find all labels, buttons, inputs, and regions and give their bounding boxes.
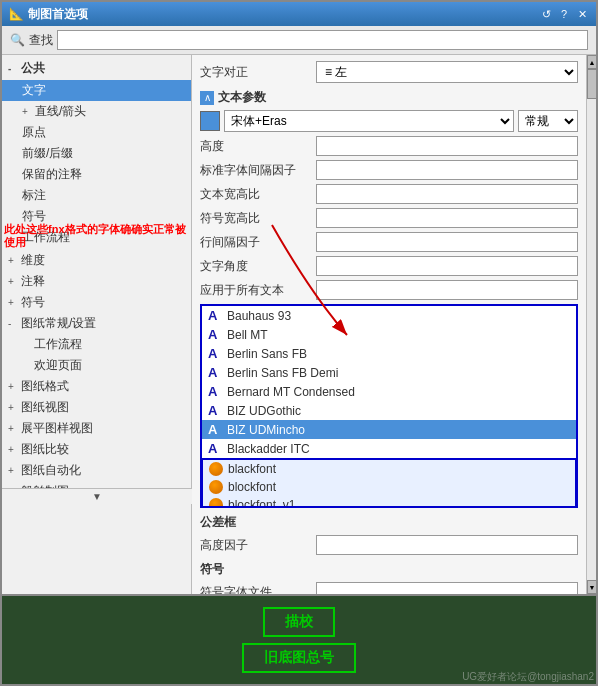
font-type-icon: A [208, 441, 222, 456]
tree-item-line-arrow[interactable]: + 直线/箭头 [2, 101, 191, 122]
font-type-icon-circle [209, 498, 223, 506]
font-type-icon: A [208, 327, 222, 342]
tree-item-flat-view[interactable]: + 展平图样视图 [2, 418, 191, 439]
font-list-container: A Bauhaus 93 A Bell MT A Berlin Sans FB [200, 304, 578, 508]
drawing-auto-label: 图纸自动化 [21, 462, 81, 479]
field-height-input[interactable] [316, 136, 578, 156]
scroll-thumb[interactable] [587, 69, 596, 99]
field-sym-ratio-input[interactable] [316, 208, 578, 228]
font-row: 宋体+Eras 常规 [200, 110, 578, 132]
expand-icon-fv: + [8, 423, 18, 434]
scroll-down-btn[interactable]: ▼ [587, 580, 596, 594]
tree-item-drawing-auto[interactable]: + 图纸自动化 [2, 460, 191, 481]
font-name: BIZ UDGothic [227, 404, 301, 418]
field-char-spacing-label: 标准字体间隔因子 [200, 162, 310, 179]
close-button[interactable]: ✕ [574, 6, 590, 22]
expand-icon-dv: + [8, 402, 18, 413]
origin-label: 原点 [22, 124, 46, 141]
tree-item-annotation[interactable]: + 注释 [2, 271, 191, 292]
font-item-berlin-sans-demi[interactable]: A Berlin Sans FB Demi [202, 363, 576, 382]
font-name: blackfont [228, 462, 276, 476]
tree-item-workflow[interactable]: 工作流程 [2, 227, 191, 248]
tree-item-welcome[interactable]: 欢迎页面 [2, 355, 191, 376]
field-angle-input[interactable] [316, 256, 578, 276]
tree-item-dimensions[interactable]: + 维度 [2, 250, 191, 271]
refresh-button[interactable]: ↺ [538, 6, 554, 22]
field-line-spacing-label: 行间隔因子 [200, 234, 310, 251]
font-name: Berlin Sans FB Demi [227, 366, 338, 380]
font-item-blockfont-v1[interactable]: blockfont_v1 [203, 496, 575, 506]
drawing-format-label: 图纸格式 [21, 378, 69, 395]
search-input[interactable] [57, 30, 588, 50]
expand-icon: + [22, 106, 32, 117]
welcome-label: 欢迎页面 [34, 357, 82, 374]
line-arrow-label: 直线/箭头 [35, 103, 86, 120]
tree-item-drawing-scale[interactable]: + 图纸比较 [2, 439, 191, 460]
font-item-bernard[interactable]: A Bernard MT Condensed [202, 382, 576, 401]
symbol-font-file-input[interactable] [316, 582, 578, 594]
font-item-berlin-sans[interactable]: A Berlin Sans FB [202, 344, 576, 363]
font-style-select[interactable]: 常规 [518, 110, 578, 132]
tree-item-markers[interactable]: 标注 [2, 185, 191, 206]
font-list-scroll[interactable]: A Bauhaus 93 A Bell MT A Berlin Sans FB [202, 306, 576, 506]
font-item-blackfont[interactable]: blackfont [203, 460, 575, 478]
search-text: 查找 [29, 32, 53, 49]
field-text-ratio-input[interactable] [316, 184, 578, 204]
symbol-font-file-row: 符号字体文件 [200, 582, 578, 594]
search-icon: 🔍 [10, 33, 25, 47]
font-item-biz-udg[interactable]: A BIZ UDGothic [202, 401, 576, 420]
scroll-up-btn[interactable]: ▲ [587, 55, 596, 69]
expand-icon-da: + [8, 465, 18, 476]
scroll-down-indicator[interactable]: ▼ [2, 488, 192, 504]
search-bar: 🔍 查找 [2, 26, 596, 55]
font-item-bell[interactable]: A Bell MT [202, 325, 576, 344]
font-name-select[interactable]: 宋体+Eras [224, 110, 514, 132]
font-item-biz-udm[interactable]: A BIZ UDMincho [202, 420, 576, 439]
field-char-spacing-input[interactable] [316, 160, 578, 180]
flat-view-label: 展平图样视图 [21, 420, 93, 437]
watermark: UG爱好者论坛@tongjiashan2 [462, 670, 594, 684]
symbol-font-file-label: 符号字体文件 [200, 584, 310, 595]
field-line-spacing: 行间隔因子 [200, 232, 578, 252]
alignment-select[interactable]: ≡ 左 居中 右 [316, 61, 578, 83]
scroll-track[interactable] [587, 69, 596, 580]
font-name: blockfont [228, 480, 276, 494]
common-label: 公共 [21, 60, 45, 77]
main-window: 📐 制图首选项 ↺ ? ✕ 🔍 查找 - 公共 [0, 0, 598, 686]
tree-item-drawing-norms[interactable]: - 图纸常规/设置 [2, 313, 191, 334]
tree-item-prefix-suffix[interactable]: 前缀/后缀 [2, 143, 191, 164]
tolerance-height-input[interactable] [316, 535, 578, 555]
tree-item-text[interactable]: 文字 [2, 80, 191, 101]
symbol-section: 符号 符号字体文件 [200, 561, 578, 594]
tree-item-drawing-view[interactable]: + 图纸视图 [2, 397, 191, 418]
text-params-title: 文本参数 [218, 89, 266, 106]
symbol-label: 符号 [22, 208, 46, 225]
font-item-bauhaus[interactable]: A Bauhaus 93 [202, 306, 576, 325]
field-line-spacing-input[interactable] [316, 232, 578, 252]
field-text-ratio: 文本宽高比 [200, 184, 578, 204]
font-type-icon: A [208, 346, 222, 361]
font-color-swatch[interactable] [200, 111, 220, 131]
field-apply-all-input[interactable] [316, 280, 578, 300]
tree-item-keep-annotation[interactable]: 保留的注释 [2, 164, 191, 185]
font-item-blockfont[interactable]: blockfont [203, 478, 575, 496]
text-params-header[interactable]: ∧ 文本参数 [200, 89, 578, 106]
font-name: Bell MT [227, 328, 268, 342]
tree-item-symbol[interactable]: 符号 [2, 206, 191, 227]
tree-item-drawing-format[interactable]: + 图纸格式 [2, 376, 191, 397]
font-item-blackadder[interactable]: A Blackadder ITC [202, 439, 576, 458]
window-title: 制图首选项 [28, 6, 88, 23]
field-angle: 文字角度 [200, 256, 578, 276]
field-angle-label: 文字角度 [200, 258, 310, 275]
workflow2-label: 工作流程 [34, 336, 82, 353]
help-button[interactable]: ? [556, 6, 572, 22]
tree-header-common[interactable]: - 公共 [2, 57, 191, 80]
annotation-label: 注释 [21, 273, 45, 290]
right-scrollbar[interactable]: ▲ ▼ [586, 55, 596, 594]
tree-item-workflow2[interactable]: 工作流程 [2, 334, 191, 355]
field-char-spacing: 标准字体间隔因子 [200, 160, 578, 180]
tree-item-symbol2[interactable]: + 符号 [2, 292, 191, 313]
text-params-collapse-btn[interactable]: ∧ [200, 91, 214, 105]
symbol2-label: 符号 [21, 294, 45, 311]
tree-item-origin[interactable]: 原点 [2, 122, 191, 143]
